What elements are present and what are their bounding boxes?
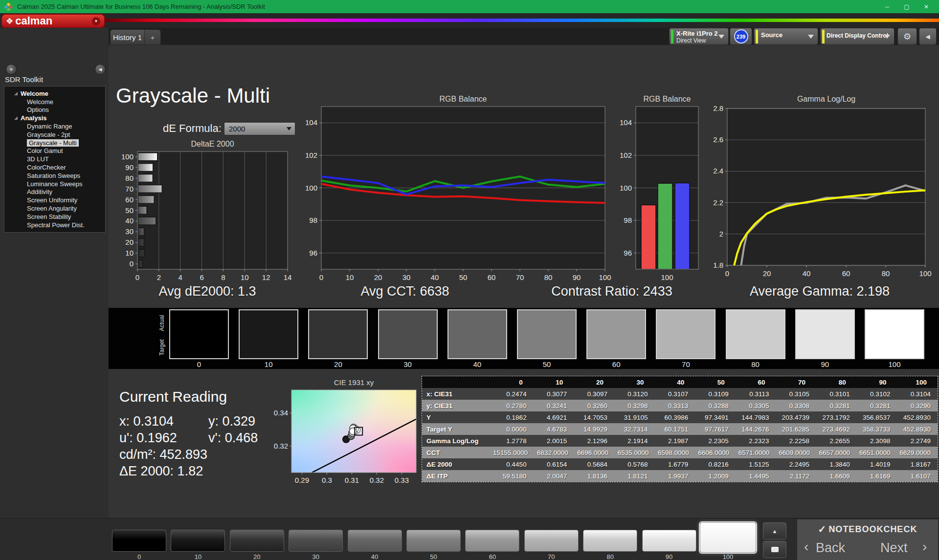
- table-cell: 97.3491: [695, 411, 736, 423]
- table-cell: 2.2749: [897, 435, 938, 447]
- pattern-key-50[interactable]: [406, 530, 461, 552]
- maximize-button[interactable]: ▢: [897, 0, 917, 13]
- sidebar-pin-button[interactable]: [6, 64, 17, 75]
- table-column-header: 0: [493, 376, 534, 388]
- logo-dropdown-icon[interactable]: ▼: [92, 17, 100, 25]
- svg-text:2.8: 2.8: [713, 104, 723, 112]
- tree-item-luminance-sweeps[interactable]: Luminance Sweeps: [4, 180, 105, 188]
- de-formula-label: dE Formula:: [163, 122, 222, 135]
- tree-item-welcome[interactable]: Welcome: [4, 89, 105, 98]
- de-formula-select[interactable]: 2000: [224, 122, 295, 135]
- table-cell: 6832.0000: [535, 447, 575, 458]
- table-column-header: 60: [736, 376, 776, 388]
- swatch-label: 30: [378, 360, 438, 368]
- settings-button[interactable]: ⚙: [897, 28, 917, 45]
- svg-text:CIE 1931 xy: CIE 1931 xy: [334, 378, 374, 387]
- table-cell: 6609.0000: [777, 447, 817, 458]
- minimize-button[interactable]: ─: [877, 0, 897, 13]
- tree-item-options[interactable]: Options: [4, 106, 105, 114]
- pattern-window-button[interactable]: [763, 541, 786, 558]
- table-cell: 2.2655: [816, 435, 857, 447]
- rgb-bar-green: [658, 183, 672, 269]
- pattern-key-10[interactable]: [171, 530, 225, 552]
- calman-logo-button[interactable]: ❖ calman ▼: [1, 14, 105, 28]
- expander-triangle-icon[interactable]: [14, 92, 18, 95]
- page-title: Grayscale - Multi: [116, 84, 270, 108]
- pattern-key-80[interactable]: [583, 530, 637, 552]
- svg-text:80: 80: [882, 269, 890, 278]
- source-dropdown[interactable]: Source: [754, 28, 818, 45]
- pattern-key-70[interactable]: [524, 530, 579, 552]
- table-cell: 0.2780: [493, 400, 534, 411]
- tree-item-grayscale-multi[interactable]: Grayscale - Multi: [4, 139, 105, 147]
- pattern-key-90[interactable]: [642, 530, 696, 552]
- tree-item-additivity[interactable]: Additivity: [4, 188, 105, 196]
- table-row-label: Target Y: [422, 423, 493, 435]
- svg-text:20: 20: [763, 269, 771, 278]
- table-cell: 1.6779: [655, 458, 695, 470]
- tree-item-label: Grayscale - 2pt: [27, 131, 70, 138]
- pattern-key-label: 80: [583, 553, 637, 560]
- svg-text:100: 100: [620, 184, 632, 192]
- tab-history-1[interactable]: History 1 +: [110, 29, 161, 45]
- window-pattern-icon: [771, 547, 779, 552]
- deltae-bar-50: [138, 206, 147, 214]
- meter-dropdown[interactable]: X-Rite i1Pro 2 Direct View: [669, 28, 729, 45]
- table-cell: 1.5125: [736, 458, 776, 470]
- deltae-bar-60: [138, 195, 154, 203]
- close-button[interactable]: ✕: [917, 0, 936, 13]
- next-button[interactable]: Next: [880, 540, 908, 556]
- tree-item-grayscale-2pt[interactable]: Grayscale - 2pt: [4, 130, 105, 139]
- pattern-key-20[interactable]: [230, 530, 284, 552]
- table-row-gamma-log-log: Gamma Log/Log1.27782.00152.12962.19142.1…: [422, 435, 938, 447]
- table-row-label: x: CIE31: [422, 388, 493, 400]
- swatch-label: 10: [239, 360, 298, 368]
- average-gamma-value: Average Gamma: 2.198: [750, 284, 890, 299]
- meter-mode: Direct View: [676, 37, 706, 44]
- table-cell: 2.2323: [736, 435, 776, 447]
- table-row--e-2000: ΔE 20000.44500.61540.56840.57681.67790.8…: [422, 458, 938, 470]
- title-bar: Calman 2025 Calman Ultimate for Business…: [0, 0, 939, 13]
- tree-item-screen-stability[interactable]: Screen Stability: [4, 213, 105, 221]
- tree-item-screen-uniformity[interactable]: Screen Uniformity: [4, 196, 105, 204]
- pattern-key-100[interactable]: [700, 522, 756, 553]
- tree-item-saturation-sweeps[interactable]: Saturation Sweeps: [4, 172, 105, 180]
- deltae-bar-30: [138, 228, 144, 236]
- tree-item-welcome[interactable]: Welcome: [4, 98, 105, 106]
- svg-text:0.3: 0.3: [322, 476, 332, 484]
- sidebar-collapse-button[interactable]: ◀: [95, 64, 106, 75]
- table-cell: 1.2778: [493, 435, 534, 447]
- back-button[interactable]: Back: [816, 540, 845, 556]
- table-cell: 0.8216: [695, 458, 736, 470]
- pattern-key-40[interactable]: [348, 530, 402, 552]
- expander-triangle-icon[interactable]: [14, 116, 18, 120]
- chevron-down-icon: [718, 35, 724, 39]
- history-tab-label: History 1: [111, 30, 144, 44]
- tree-item-dynamic-range[interactable]: Dynamic Range: [4, 122, 105, 130]
- svg-text:2: 2: [157, 273, 161, 281]
- table-cell: 6651.0000: [857, 447, 897, 458]
- table-cell: 203.4739: [776, 411, 816, 423]
- pattern-key-0[interactable]: [112, 530, 166, 552]
- tree-item-screen-angularity[interactable]: Screen Angularity: [4, 204, 105, 213]
- table-cell: 144.2676: [736, 423, 776, 435]
- tree-item-color-gamut[interactable]: Color Gamut: [4, 147, 105, 155]
- table-cell: 1.4019: [857, 458, 897, 470]
- pattern-key-30[interactable]: [289, 530, 343, 552]
- toolbar-collapse-button[interactable]: ◀: [919, 28, 937, 45]
- tree-item-analysis[interactable]: Analysis: [4, 114, 105, 122]
- pattern-key-60[interactable]: [465, 530, 519, 552]
- tree-item-colorchecker[interactable]: ColorChecker: [4, 163, 105, 172]
- table-cell: 0.3105: [776, 388, 816, 400]
- display-control-dropdown[interactable]: Direct Display Control: [820, 28, 894, 45]
- pattern-up-button[interactable]: ▲: [763, 522, 786, 539]
- tree-item-spectral-power-dist[interactable]: Spectral Power Dist.: [4, 221, 105, 229]
- table-cell: 0.4450: [493, 458, 534, 470]
- table-cell: 6571.0000: [736, 447, 776, 458]
- tree-item-label: Luminance Sweeps: [27, 180, 82, 188]
- add-tab-button[interactable]: +: [144, 30, 160, 44]
- tree-item-3d-lut[interactable]: 3D LUT: [4, 155, 105, 163]
- table-cell: 1.8136: [574, 470, 614, 482]
- svg-text:0.32: 0.32: [274, 442, 288, 450]
- svg-text:98: 98: [309, 216, 317, 224]
